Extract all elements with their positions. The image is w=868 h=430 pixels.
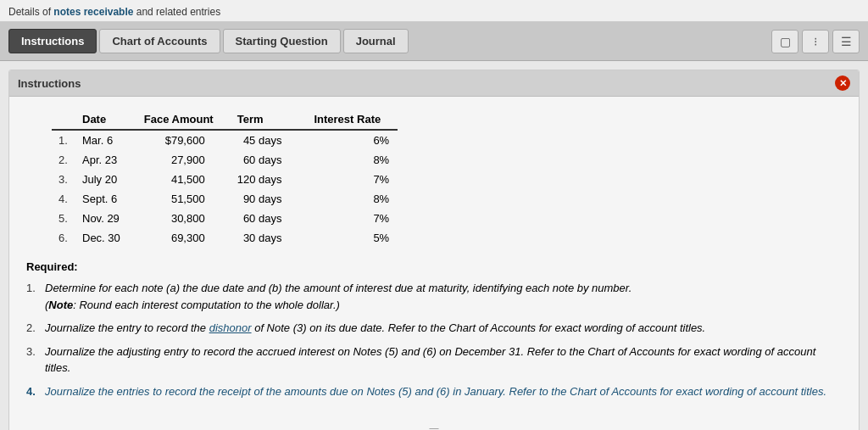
row-term: 30 days: [231, 228, 308, 248]
row-date: Nov. 29: [75, 209, 137, 228]
row-term: 60 days: [231, 209, 308, 228]
list-item-text: Journalize the entry to record the disho…: [45, 320, 705, 337]
top-bar: Details of notes receivable and related …: [0, 0, 868, 22]
row-rate: 7%: [307, 170, 398, 189]
list-item-text: Determine for each note (a) the due date…: [45, 280, 632, 313]
list-item: 3.Journalize the adjusting entry to reco…: [26, 343, 842, 377]
list-item-num: 3.: [26, 343, 40, 377]
window-icon-button[interactable]: ▢: [771, 30, 798, 53]
instructions-panel: Instructions ✕ Date Face Amount Term Int…: [8, 70, 860, 430]
tab-journal[interactable]: Journal: [343, 29, 409, 53]
panel-body: Date Face Amount Term Interest Rate 1. M…: [9, 97, 859, 419]
notes-receivable-link[interactable]: notes receivable: [53, 6, 133, 18]
row-face-amount: 30,800: [137, 209, 231, 228]
required-label: Required:: [26, 260, 842, 273]
instructions-list: 1.Determine for each note (a) the due da…: [26, 280, 842, 399]
col-term-header: Term: [231, 109, 308, 130]
row-date: Apr. 23: [75, 150, 137, 170]
table-row: 3. July 20 41,500 120 days 7%: [52, 170, 398, 189]
toolbar: Instructions Chart of Accounts Starting …: [0, 22, 868, 61]
list-item: 4.Journalize the entries to record the r…: [26, 383, 842, 400]
tab-instructions[interactable]: Instructions: [8, 29, 97, 53]
row-date: Mar. 6: [75, 130, 137, 150]
toolbar-icons: ▢ ⁝ ☰: [771, 30, 860, 53]
row-rate: 8%: [307, 150, 398, 170]
details-suffix: and related entries: [133, 6, 220, 18]
details-text: Details of notes receivable and related …: [8, 6, 220, 18]
list-item-text: Journalize the entries to record the rec…: [45, 383, 826, 400]
row-num: 1.: [52, 130, 75, 150]
row-num: 4.: [52, 189, 75, 209]
row-num: 5.: [52, 209, 75, 228]
list-item-num: 4.: [26, 383, 40, 400]
row-term: 60 days: [231, 150, 308, 170]
row-date: Dec. 30: [75, 228, 137, 248]
list-item-text: Journalize the adjusting entry to record…: [45, 343, 842, 377]
row-date: July 20: [75, 170, 137, 189]
panel-header: Instructions ✕: [9, 70, 859, 97]
tab-chart-of-accounts[interactable]: Chart of Accounts: [99, 29, 220, 53]
row-face-amount: 41,500: [137, 170, 231, 189]
dishonor-link[interactable]: dishonor: [209, 321, 252, 334]
table-row: 4. Sept. 6 51,500 90 days 8%: [52, 189, 398, 209]
notes-table: Date Face Amount Term Interest Rate 1. M…: [52, 109, 398, 248]
row-face-amount: 69,300: [137, 228, 231, 248]
row-rate: 5%: [307, 228, 398, 248]
row-term: 90 days: [231, 189, 308, 209]
details-prefix: Details of: [8, 6, 53, 18]
row-term: 120 days: [231, 170, 308, 189]
row-num: 2.: [52, 150, 75, 170]
list-icon: ☰: [841, 35, 852, 48]
row-rate: 6%: [307, 130, 398, 150]
list-icon-button[interactable]: ☰: [832, 30, 860, 53]
panel-title: Instructions: [18, 77, 81, 90]
table-row: 1. Mar. 6 $79,600 45 days 6%: [52, 130, 398, 150]
list-item-num: 2.: [26, 320, 40, 337]
row-num: 6.: [52, 228, 75, 248]
row-face-amount: 51,500: [137, 189, 231, 209]
grid-icon: ⁝: [814, 35, 817, 48]
row-rate: 7%: [307, 209, 398, 228]
table-row: 5. Nov. 29 30,800 60 days 7%: [52, 209, 398, 228]
list-item-num: 1.: [26, 280, 40, 313]
row-term: 45 days: [231, 130, 308, 150]
row-face-amount: $79,600: [137, 130, 231, 150]
scroll-hint: —: [9, 419, 859, 430]
table-row: 6. Dec. 30 69,300 30 days 5%: [52, 228, 398, 248]
col-num-header: [52, 109, 75, 130]
grid-icon-button[interactable]: ⁝: [802, 30, 829, 53]
window-icon: ▢: [780, 35, 791, 48]
close-button[interactable]: ✕: [835, 75, 850, 91]
row-rate: 8%: [307, 189, 398, 209]
col-face-header: Face Amount: [137, 109, 231, 130]
col-rate-header: Interest Rate: [307, 109, 398, 130]
main-content: Instructions ✕ Date Face Amount Term Int…: [0, 61, 868, 430]
tab-group: Instructions Chart of Accounts Starting …: [8, 29, 409, 53]
note-bold: Note: [48, 299, 73, 311]
col-date-header: Date: [75, 109, 137, 130]
list-item: 2.Journalize the entry to record the dis…: [26, 320, 842, 337]
table-row: 2. Apr. 23 27,900 60 days 8%: [52, 150, 398, 170]
row-face-amount: 27,900: [137, 150, 231, 170]
tab-starting-question[interactable]: Starting Question: [223, 29, 341, 53]
row-num: 3.: [52, 170, 75, 189]
row-date: Sept. 6: [75, 189, 137, 209]
list-item: 1.Determine for each note (a) the due da…: [26, 280, 842, 313]
